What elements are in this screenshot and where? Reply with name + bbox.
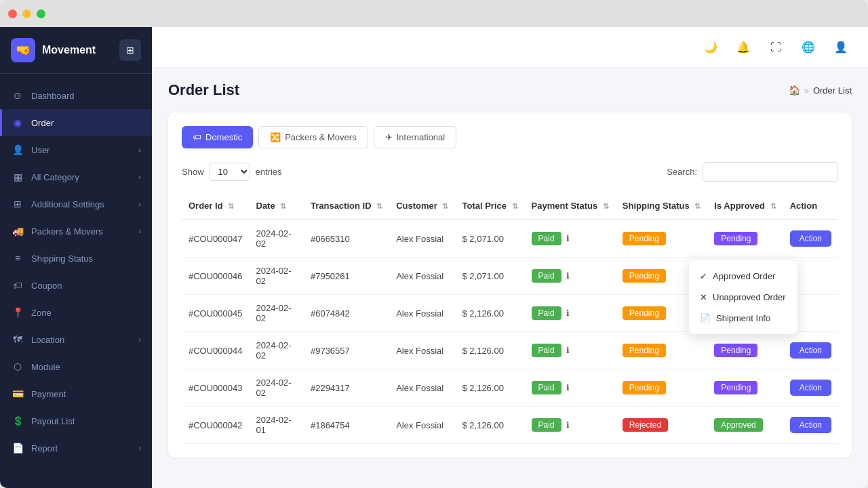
- sidebar-item-report[interactable]: 📄 Report ›: [0, 434, 152, 462]
- shipping-status-badge: Pending: [623, 306, 666, 320]
- sidebar-item-coupon[interactable]: 🏷 Coupon: [0, 272, 152, 299]
- sort-icon: ⇅: [512, 202, 518, 210]
- sort-icon: ⇅: [280, 202, 286, 210]
- col-payment-status[interactable]: Payment Status ⇅: [525, 192, 616, 220]
- dropdown-item-shipment-info[interactable]: 📄 Shipment Info: [689, 308, 797, 329]
- user-icon: 👤: [11, 143, 24, 157]
- document-icon: 📄: [700, 313, 711, 323]
- sidebar-item-additional-settings[interactable]: ⊞ Additional Settings ›: [0, 190, 152, 218]
- action-button[interactable]: Action: [790, 342, 831, 359]
- col-is-approved[interactable]: Is Approved ⇅: [707, 192, 783, 220]
- info-icon[interactable]: ℹ: [566, 383, 570, 392]
- cell-is-approved: Pending: [707, 369, 783, 407]
- shipping-status-badge: Pending: [623, 344, 666, 357]
- sidebar-item-label: Shipping Status: [31, 253, 93, 264]
- close-button[interactable]: [8, 9, 17, 18]
- international-tab-label: International: [397, 132, 446, 142]
- sidebar-item-payment[interactable]: 💳 Payment: [0, 380, 152, 407]
- fullscreen-button[interactable]: ⛶: [765, 37, 787, 58]
- sidebar-item-module[interactable]: ⬡ Module: [0, 353, 152, 380]
- sidebar-item-shipping-status[interactable]: ≡ Shipping Status: [0, 245, 152, 272]
- info-icon[interactable]: ℹ: [566, 271, 570, 281]
- sidebar-nav: ⊙ Dashboard ◉ Order 👤 User › ▦ All Cat: [0, 74, 152, 488]
- page-title: Order List: [168, 81, 239, 99]
- page-header: Order List 🏠 » Order List: [168, 81, 852, 99]
- action-dropdown-menu: ✓ Approved Order ✕ Unapproved Order 📄 Sh…: [689, 260, 797, 334]
- cell-customer: Alex Fossial: [389, 295, 455, 332]
- sidebar-item-label: Payout List: [31, 416, 75, 426]
- tab-international[interactable]: ✈ International: [374, 126, 457, 148]
- app-window: 🤜 Movement ⊞ ⊙ Dashboard ◉ Order: [0, 0, 868, 488]
- notifications-button[interactable]: 🔔: [732, 37, 754, 58]
- dropdown-item-approved-order[interactable]: ✓ Approved Order: [689, 266, 797, 287]
- grid-toggle-button[interactable]: ⊞: [119, 39, 141, 61]
- cell-payment-status: Paid ℹ: [525, 332, 616, 369]
- cell-date: 2024-02-02: [250, 220, 304, 258]
- shipping-status-badge: Pending: [623, 269, 666, 283]
- sidebar-item-order[interactable]: ◉ Order: [0, 109, 152, 136]
- info-icon[interactable]: ℹ: [566, 308, 570, 318]
- sidebar-item-label: Coupon: [31, 281, 62, 291]
- cell-total-price: $ 2,071.00: [455, 220, 524, 258]
- approval-status-badge: Pending: [714, 344, 757, 357]
- search-label: Search:: [667, 167, 697, 177]
- col-shipping-status[interactable]: Shipping Status ⇅: [616, 192, 708, 220]
- cell-action: Action: [783, 369, 838, 407]
- dark-mode-button[interactable]: 🌙: [700, 37, 722, 58]
- info-icon[interactable]: ℹ: [566, 346, 570, 355]
- cell-shipping-status: Pending: [616, 220, 708, 258]
- breadcrumb-home-icon[interactable]: 🏠: [789, 85, 800, 96]
- cross-icon: ✕: [700, 292, 707, 302]
- dropdown-item-label: Unapproved Order: [713, 292, 786, 302]
- sidebar-item-user[interactable]: 👤 User ›: [0, 136, 152, 163]
- table-row: #COU000042 2024-02-01 #1864754 Alex Foss…: [182, 407, 838, 444]
- cell-is-approved: Approved: [707, 407, 783, 444]
- action-button[interactable]: Action: [790, 380, 831, 396]
- tab-packers-movers[interactable]: 🔀 Packers & Movers: [258, 126, 368, 148]
- cell-transaction-id: #6074842: [304, 295, 389, 332]
- info-icon[interactable]: ℹ: [566, 420, 570, 430]
- cell-total-price: $ 2,126.00: [455, 407, 524, 444]
- cell-total-price: $ 2,126.00: [455, 332, 524, 369]
- cell-total-price: $ 2,126.00: [455, 369, 524, 407]
- sidebar-item-dashboard[interactable]: ⊙ Dashboard: [0, 82, 152, 109]
- language-button[interactable]: 🌐: [797, 37, 819, 58]
- map-icon: 🗺: [11, 333, 24, 346]
- sidebar-item-all-category[interactable]: ▦ All Category ›: [0, 163, 152, 190]
- shipping-status-badge: Pending: [623, 232, 666, 245]
- dropdown-item-unapproved-order[interactable]: ✕ Unapproved Order: [689, 287, 797, 308]
- chevron-right-icon: ›: [138, 444, 141, 452]
- search-input[interactable]: [703, 162, 838, 182]
- tab-domestic[interactable]: 🏷 Domestic: [182, 126, 253, 148]
- approval-status-badge: Pending: [714, 232, 757, 245]
- profile-button[interactable]: 👤: [830, 37, 852, 58]
- check-icon: ✓: [700, 271, 707, 281]
- table-row: #COU000043 2024-02-02 #2294317 Alex Foss…: [182, 369, 838, 407]
- truck-icon: 🚚: [11, 224, 24, 238]
- entries-select[interactable]: 10 25 50 100: [210, 163, 250, 181]
- action-button[interactable]: Action: [790, 417, 831, 433]
- col-date[interactable]: Date ⇅: [250, 192, 304, 220]
- info-icon[interactable]: ℹ: [566, 234, 570, 243]
- cell-transaction-id: #9736557: [304, 332, 389, 369]
- cell-customer: Alex Fossial: [389, 332, 455, 369]
- minimize-button[interactable]: [22, 9, 31, 18]
- cell-transaction-id: #1864754: [304, 407, 389, 444]
- sidebar-item-label: Location: [31, 335, 64, 345]
- sidebar-item-packers-movers[interactable]: 🚚 Packers & Movers ›: [0, 218, 152, 245]
- col-total-price[interactable]: Total Price ⇅: [455, 192, 524, 220]
- maximize-button[interactable]: [37, 9, 45, 18]
- action-button[interactable]: Action: [790, 230, 831, 247]
- chevron-right-icon: ›: [138, 200, 141, 208]
- cell-action: Action: [783, 332, 838, 369]
- cell-payment-status: Paid ℹ: [525, 258, 616, 295]
- sidebar: 🤜 Movement ⊞ ⊙ Dashboard ◉ Order: [0, 27, 152, 488]
- sidebar-item-zone[interactable]: 📍 Zone: [0, 299, 152, 326]
- col-transaction-id[interactable]: Transaction ID ⇅: [304, 192, 389, 220]
- sidebar-item-location[interactable]: 🗺 Location ›: [0, 326, 152, 353]
- col-customer[interactable]: Customer ⇅: [389, 192, 455, 220]
- cell-date: 2024-02-02: [250, 332, 304, 369]
- col-order-id[interactable]: Order Id ⇅: [182, 192, 250, 220]
- cell-date: 2024-02-02: [250, 295, 304, 332]
- sidebar-item-payout-list[interactable]: 💲 Payout List: [0, 407, 152, 434]
